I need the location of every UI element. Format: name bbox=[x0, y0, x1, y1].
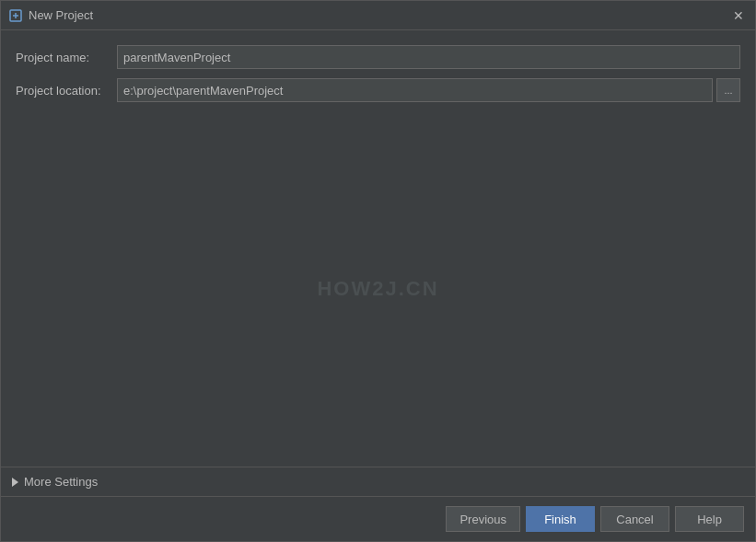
help-button[interactable]: Help bbox=[675, 506, 744, 532]
finish-button[interactable]: Finish bbox=[526, 506, 595, 532]
new-project-dialog: New Project ✕ Project name: Project loca… bbox=[0, 0, 756, 542]
project-name-input-wrapper bbox=[117, 45, 740, 69]
previous-button[interactable]: Previous bbox=[446, 506, 520, 532]
project-name-label: Project name: bbox=[16, 51, 117, 64]
cancel-button[interactable]: Cancel bbox=[600, 506, 669, 532]
dialog-icon bbox=[8, 8, 23, 23]
dialog-content: Project name: Project location: ... HOW2… bbox=[1, 30, 755, 467]
watermark-text: HOW2J.CN bbox=[317, 277, 438, 301]
project-location-row: Project location: ... bbox=[16, 78, 740, 102]
browse-button[interactable]: ... bbox=[716, 78, 740, 102]
bottom-section: More Settings Previous Finish Cancel Hel… bbox=[1, 467, 755, 541]
watermark-area: HOW2J.CN bbox=[16, 111, 740, 467]
more-settings-label: More Settings bbox=[24, 475, 98, 489]
project-name-input[interactable] bbox=[117, 45, 740, 69]
project-location-input[interactable] bbox=[117, 78, 713, 102]
close-button[interactable]: ✕ bbox=[729, 6, 748, 25]
dialog-title: New Project bbox=[29, 8, 93, 22]
button-bar: Previous Finish Cancel Help bbox=[1, 497, 755, 541]
project-location-label: Project location: bbox=[16, 84, 117, 98]
project-name-row: Project name: bbox=[16, 45, 740, 69]
title-bar-left: New Project bbox=[8, 8, 93, 23]
expand-icon bbox=[12, 478, 18, 487]
project-location-input-wrapper: ... bbox=[117, 78, 740, 102]
title-bar: New Project ✕ bbox=[1, 1, 755, 30]
more-settings-row[interactable]: More Settings bbox=[1, 467, 755, 497]
